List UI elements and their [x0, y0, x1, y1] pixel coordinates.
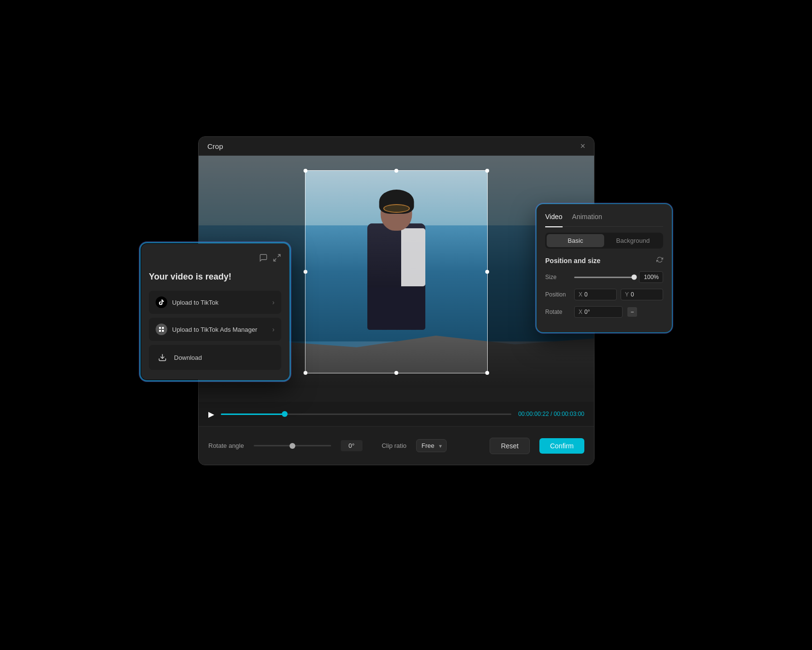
expand-icon[interactable]: [273, 253, 281, 264]
reset-button[interactable]: Reset: [490, 438, 530, 454]
rotate-x-item[interactable]: X 0°: [574, 306, 623, 318]
timeline-progress: [221, 414, 285, 415]
size-row: Size 100%: [545, 271, 663, 283]
size-slider[interactable]: [574, 277, 634, 278]
position-x-item[interactable]: X 0: [574, 289, 617, 300]
rotate-x-label: X: [579, 309, 582, 315]
upload-ads-item[interactable]: Upload to TikTok Ads Manager ›: [149, 318, 281, 341]
crop-handle-top-right[interactable]: [485, 169, 489, 173]
rotate-row: Rotate X 0° −: [545, 306, 663, 318]
props-tabs: Video Animation: [545, 213, 663, 227]
rotate-minus-button[interactable]: −: [627, 307, 637, 317]
clip-ratio-wrapper: Free 16:9 9:16 4:3 1:1 ▼: [416, 439, 447, 452]
comment-icon[interactable]: [259, 253, 268, 264]
upload-tiktok-label: Upload to TikTok: [172, 299, 218, 306]
svg-rect-3: [162, 327, 164, 329]
svg-line-0: [278, 254, 280, 257]
clip-ratio-label: Clip ratio: [382, 442, 406, 449]
scene: Crop ×: [140, 107, 672, 543]
tab-animation[interactable]: Animation: [572, 213, 602, 222]
properties-panel: Video Animation Basic Background Positio…: [536, 204, 672, 332]
position-reset-icon[interactable]: [656, 256, 663, 265]
timeline-bar: ▶ 00:00:00:22 / 00:00:03:00: [199, 402, 594, 426]
crop-box[interactable]: [305, 170, 488, 373]
tiktok-icon: [156, 296, 167, 308]
rotate-value: 0°: [341, 440, 362, 451]
timeline-thumb[interactable]: [282, 411, 288, 417]
time-display: 00:00:00:22 / 00:00:03:00: [518, 411, 584, 417]
download-item[interactable]: Download: [149, 345, 281, 370]
rotate-slider-thumb[interactable]: [290, 443, 295, 449]
video-ready-panel: Your video is ready! Upload to TikTok ›: [140, 243, 290, 381]
crop-handle-top-left[interactable]: [304, 169, 307, 173]
props-subtabs: Basic Background: [545, 233, 663, 249]
rotate-label: Rotate: [545, 309, 569, 315]
subtab-basic[interactable]: Basic: [547, 234, 604, 247]
upload-tiktok-item[interactable]: Upload to TikTok ›: [149, 291, 281, 314]
size-value[interactable]: 100%: [639, 271, 663, 283]
close-button[interactable]: ×: [580, 142, 585, 150]
tab-video[interactable]: Video: [545, 213, 563, 227]
upload-ads-arrow-icon: ›: [272, 325, 275, 333]
download-icon: [156, 351, 169, 364]
svg-rect-4: [159, 330, 161, 332]
time-separator: /: [549, 411, 554, 417]
subtab-background[interactable]: Background: [604, 234, 662, 247]
rotate-angle-label: Rotate angle: [208, 442, 244, 449]
crop-titlebar: Crop ×: [199, 137, 594, 156]
video-ready-title: Your video is ready!: [149, 272, 281, 282]
svg-rect-2: [159, 327, 161, 329]
svg-rect-5: [162, 330, 164, 332]
position-x-value: 0: [584, 291, 588, 298]
position-xy-group: X 0 Y 0: [574, 289, 663, 300]
crop-handle-left-middle[interactable]: [304, 270, 307, 274]
crop-handle-bottom-middle[interactable]: [394, 371, 398, 375]
timeline-track[interactable]: [221, 414, 511, 415]
panel-icons-row: [149, 253, 281, 264]
play-button[interactable]: ▶: [208, 410, 214, 419]
download-label: Download: [174, 354, 202, 361]
upload-tiktok-left: Upload to TikTok: [156, 296, 218, 308]
size-slider-fill: [574, 277, 634, 278]
total-time: 00:00:03:00: [554, 411, 584, 417]
rotate-slider[interactable]: [254, 445, 331, 446]
position-label: Position: [545, 291, 569, 298]
upload-ads-label: Upload to TikTok Ads Manager: [172, 326, 257, 333]
clip-ratio-select[interactable]: Free 16:9 9:16 4:3 1:1: [416, 439, 447, 452]
size-slider-thumb[interactable]: [632, 275, 637, 280]
ads-manager-icon: [156, 324, 167, 335]
bottom-controls: Rotate angle 0° Clip ratio Free 16:9 9:1…: [199, 426, 594, 465]
rotate-x-value: 0°: [584, 309, 590, 315]
crop-handle-right-middle[interactable]: [485, 270, 489, 274]
crop-title: Crop: [207, 142, 223, 150]
confirm-button[interactable]: Confirm: [539, 438, 584, 454]
position-y-label: Y: [625, 291, 629, 298]
position-y-item[interactable]: Y 0: [621, 289, 663, 300]
position-row: Position X 0 Y 0: [545, 289, 663, 300]
position-size-title: Position and size: [545, 257, 600, 265]
crop-handle-bottom-left[interactable]: [304, 371, 307, 375]
size-label: Size: [545, 274, 569, 281]
position-x-label: X: [579, 291, 582, 298]
crop-handle-bottom-right[interactable]: [485, 371, 489, 375]
crop-dark-top: [199, 156, 594, 170]
position-y-value: 0: [631, 291, 634, 298]
svg-line-1: [274, 259, 276, 261]
upload-tiktok-arrow-icon: ›: [272, 298, 275, 306]
upload-ads-left: Upload to TikTok Ads Manager: [156, 324, 257, 335]
current-time: 00:00:00:22: [518, 411, 549, 417]
crop-handle-top-middle[interactable]: [394, 169, 398, 173]
position-size-header: Position and size: [545, 256, 663, 265]
